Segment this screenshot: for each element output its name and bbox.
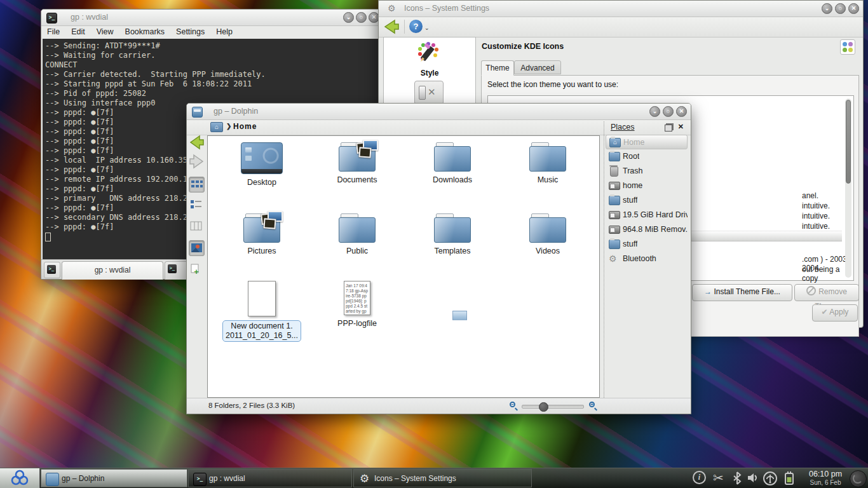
task-system-settings[interactable]: ⚙ Icons – System Settings — [353, 469, 532, 487]
zoom-in-icon[interactable]: + — [589, 402, 597, 410]
place-trash[interactable]: Trash — [606, 164, 688, 179]
home-folder-icon[interactable]: ⌂ — [210, 122, 223, 132]
details-view-button[interactable] — [189, 197, 205, 213]
sidebar-item-style[interactable]: Style — [384, 40, 475, 77]
help-icon[interactable]: ? — [409, 20, 423, 33]
folder-icon — [434, 214, 471, 243]
clock[interactable]: 06:10 pm Sun, 6 Feb — [804, 469, 846, 486]
syssettings-titlebar[interactable]: ⚙ Icons – System Settings ⌄ ○ ✕ — [379, 1, 863, 17]
folder-item-pictures[interactable]: Pictures — [214, 214, 309, 255]
terminal-line: --> Starting pppd at Sun Feb 6 18:08:22 … — [45, 79, 378, 89]
list-item-fragment: intuitive. — [802, 222, 830, 231]
back-icon[interactable] — [383, 19, 400, 34]
menu-view[interactable]: View — [91, 26, 119, 37]
folder-item-documents[interactable]: Documents — [309, 142, 405, 184]
minimize-icon[interactable]: ⌄ — [343, 12, 354, 23]
dolphin-toolrail: + — [187, 135, 207, 398]
tab-theme[interactable]: Theme — [481, 60, 514, 76]
terminal-line: CONNECT — [45, 60, 378, 70]
app-launcher-button[interactable] — [0, 468, 40, 488]
konsole-titlebar[interactable]: >_ gp : wvdial ⌄ ○ ✕ — [41, 10, 382, 26]
scrollbar[interactable] — [845, 98, 851, 278]
close-icon[interactable]: ✕ — [848, 3, 859, 14]
check-icon: ✔ — [822, 308, 828, 316]
hardware-icon[interactable]: ✕ — [414, 81, 444, 105]
place-stuff[interactable]: stuff — [606, 193, 688, 208]
apply-button[interactable]: ✔ Apply — [812, 304, 858, 322]
preview-button[interactable] — [189, 240, 205, 256]
chevron-down-icon[interactable]: ⌄ — [424, 25, 430, 31]
volume-icon[interactable] — [747, 473, 759, 483]
float-panel-icon[interactable] — [665, 125, 672, 132]
place-hard-drive[interactable]: 19.5 GiB Hard Drive — [606, 208, 688, 222]
back-icon[interactable] — [189, 135, 205, 151]
place-home[interactable]: ⌂Home — [606, 135, 688, 149]
folder-icon — [243, 214, 280, 243]
dolphin-titlebar[interactable]: gp – Dolphin ⌄ ○ ✕ — [187, 104, 691, 120]
folder-item-desktop[interactable]: Desktop — [214, 142, 309, 187]
folder-view[interactable]: Desktop Documents Downloads Music Pictur… — [207, 135, 600, 398]
folder-item-templates[interactable]: Templates — [405, 214, 500, 255]
terminal-icon: >_ — [47, 265, 56, 274]
columns-view-button[interactable] — [189, 219, 205, 234]
syssettings-title: Icons – System Settings — [404, 4, 489, 13]
drive-icon — [609, 226, 620, 234]
place-home-partition[interactable]: home — [606, 179, 688, 193]
tab-advanced[interactable]: Advanced — [514, 60, 561, 74]
menu-settings[interactable]: Settings — [170, 26, 210, 37]
folder-item-downloads[interactable]: Downloads — [405, 142, 500, 184]
close-panel-icon[interactable]: ✕ — [678, 123, 684, 131]
document-icon — [248, 281, 276, 316]
place-removable[interactable]: 964.8 MiB Remov... — [606, 222, 688, 237]
folder-item-videos[interactable]: Videos — [500, 214, 595, 255]
terminal-icon: >_ — [193, 473, 207, 486]
maximize-icon[interactable]: ○ — [356, 12, 367, 23]
menu-help[interactable]: Help — [210, 26, 238, 37]
split-view-button[interactable]: + — [189, 262, 205, 278]
breadcrumb-home[interactable]: Home — [233, 122, 257, 131]
gear-icon: ⚙ — [388, 4, 397, 13]
panel-cashew-icon[interactable] — [850, 470, 867, 487]
folder-item-music[interactable]: Music — [500, 142, 595, 184]
close-icon[interactable]: ✕ — [676, 106, 687, 117]
places-panel: Places ✕ ⌂Home Root Trash home stuff 19.… — [604, 121, 689, 398]
icons-view-button[interactable] — [189, 177, 205, 193]
forward-icon[interactable] — [189, 154, 205, 170]
place-root[interactable]: Root — [606, 149, 688, 164]
task-wvdial[interactable]: >_ gp : wvdial — [188, 469, 352, 487]
place-stuff-2[interactable]: stuff — [606, 237, 688, 252]
place-bluetooth[interactable]: ⚙Bluetooth — [606, 252, 688, 266]
usb-device-icon[interactable] — [763, 471, 778, 486]
folder-item-public[interactable]: Public — [309, 214, 405, 255]
info-icon[interactable]: i — [693, 471, 706, 484]
menu-edit[interactable]: Edit — [65, 26, 91, 37]
terminal-line: --> Pid of pppd: 25082 — [45, 89, 378, 98]
terminal-line: --> Sending: ATDT*99***1# — [45, 41, 378, 51]
remove-theme-button[interactable]: Remove Theme — [794, 284, 859, 301]
tab-wvdial[interactable]: gp : wvdial — [62, 261, 163, 280]
zoom-slider[interactable] — [522, 405, 584, 409]
folder-icon — [609, 152, 620, 161]
trash-icon — [610, 166, 618, 177]
zoom-slider-handle[interactable] — [539, 402, 548, 412]
bluetooth-icon[interactable] — [732, 471, 742, 485]
install-theme-button[interactable]: → Install Theme File... — [692, 284, 792, 301]
maximize-icon[interactable]: ○ — [663, 106, 674, 117]
zoom-out-icon[interactable]: − — [510, 402, 518, 410]
minimize-icon[interactable]: ⌄ — [822, 3, 832, 14]
task-dolphin[interactable]: gp – Dolphin — [41, 469, 187, 487]
folder-icon — [529, 142, 566, 172]
scrollbar-thumb[interactable] — [846, 100, 851, 184]
list-item-fragment: anel. — [802, 191, 818, 200]
file-item-new-document[interactable]: New document 1.2011_01_20_16_5... — [214, 281, 309, 342]
klipper-scissors-icon[interactable]: ✂ — [713, 470, 724, 485]
menu-file[interactable]: File — [41, 26, 65, 37]
battery-icon[interactable] — [783, 471, 796, 485]
menu-bookmarks[interactable]: Bookmarks — [119, 26, 171, 37]
new-tab-button[interactable]: >_ — [44, 262, 60, 278]
terminal-line: --> Carrier detected. Starting PPP immed… — [45, 70, 378, 79]
file-item-ppp-logfile[interactable]: Jan 17 09:47:18 gp-Aspire-5738 pppd[1946… — [309, 281, 405, 328]
folder-icon — [434, 142, 471, 172]
minimize-icon[interactable]: ⌄ — [649, 106, 660, 117]
maximize-icon[interactable]: ○ — [835, 3, 846, 14]
